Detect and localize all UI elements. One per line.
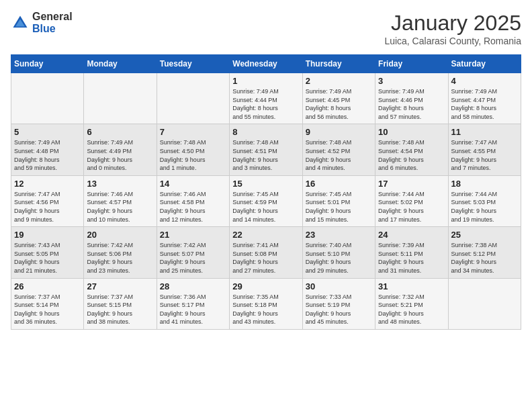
calendar-cell: 23Sunrise: 7:40 AM Sunset: 5:10 PM Dayli… <box>302 227 375 278</box>
calendar-table: SundayMondayTuesdayWednesdayThursdayFrid… <box>11 54 521 330</box>
day-number: 23 <box>306 230 372 240</box>
day-number: 11 <box>451 127 518 137</box>
day-info: Sunrise: 7:45 AM Sunset: 4:59 PM Dayligh… <box>232 190 299 224</box>
calendar-cell: 25Sunrise: 7:38 AM Sunset: 5:12 PM Dayli… <box>448 227 521 278</box>
day-number: 27 <box>87 281 153 291</box>
column-header-wednesday: Wednesday <box>230 55 302 73</box>
calendar-cell: 16Sunrise: 7:45 AM Sunset: 5:01 PM Dayli… <box>302 175 375 226</box>
calendar-cell: 21Sunrise: 7:42 AM Sunset: 5:07 PM Dayli… <box>157 227 229 278</box>
calendar-cell: 15Sunrise: 7:45 AM Sunset: 4:59 PM Dayli… <box>230 175 302 226</box>
day-info: Sunrise: 7:42 AM Sunset: 5:06 PM Dayligh… <box>87 241 153 275</box>
week-row-1: 1Sunrise: 7:49 AM Sunset: 4:44 PM Daylig… <box>11 73 521 124</box>
day-number: 13 <box>87 179 153 189</box>
calendar-header-row: SundayMondayTuesdayWednesdayThursdayFrid… <box>11 55 521 73</box>
day-number: 9 <box>306 127 372 137</box>
week-row-3: 12Sunrise: 7:47 AM Sunset: 4:56 PM Dayli… <box>11 175 521 226</box>
day-info: Sunrise: 7:46 AM Sunset: 4:57 PM Dayligh… <box>87 190 153 224</box>
week-row-5: 26Sunrise: 7:37 AM Sunset: 5:14 PM Dayli… <box>11 278 521 329</box>
column-header-sunday: Sunday <box>11 55 84 73</box>
column-header-monday: Monday <box>84 55 157 73</box>
logo: General Blue <box>11 11 73 34</box>
column-header-saturday: Saturday <box>448 55 521 73</box>
day-info: Sunrise: 7:42 AM Sunset: 5:07 PM Dayligh… <box>160 241 226 275</box>
calendar-cell <box>157 73 229 124</box>
day-number: 12 <box>14 179 81 189</box>
month-title: January 2025 <box>384 11 521 36</box>
day-number: 15 <box>232 179 299 189</box>
day-number: 24 <box>378 230 445 240</box>
day-number: 18 <box>451 179 518 189</box>
day-info: Sunrise: 7:44 AM Sunset: 5:03 PM Dayligh… <box>451 190 518 224</box>
calendar-cell <box>11 73 84 124</box>
day-number: 1 <box>232 76 299 86</box>
calendar-cell: 1Sunrise: 7:49 AM Sunset: 4:44 PM Daylig… <box>230 73 302 124</box>
day-number: 29 <box>232 281 299 291</box>
day-info: Sunrise: 7:41 AM Sunset: 5:08 PM Dayligh… <box>232 241 299 275</box>
day-info: Sunrise: 7:38 AM Sunset: 5:12 PM Dayligh… <box>451 241 518 275</box>
day-info: Sunrise: 7:48 AM Sunset: 4:52 PM Dayligh… <box>306 138 372 172</box>
day-info: Sunrise: 7:44 AM Sunset: 5:02 PM Dayligh… <box>378 190 445 224</box>
day-number: 21 <box>160 230 226 240</box>
day-info: Sunrise: 7:39 AM Sunset: 5:11 PM Dayligh… <box>378 241 445 275</box>
day-info: Sunrise: 7:48 AM Sunset: 4:54 PM Dayligh… <box>378 138 445 172</box>
day-info: Sunrise: 7:46 AM Sunset: 4:58 PM Dayligh… <box>160 190 226 224</box>
calendar-cell: 27Sunrise: 7:37 AM Sunset: 5:15 PM Dayli… <box>84 278 157 329</box>
day-info: Sunrise: 7:37 AM Sunset: 5:15 PM Dayligh… <box>87 293 153 326</box>
calendar-cell: 14Sunrise: 7:46 AM Sunset: 4:58 PM Dayli… <box>157 175 229 226</box>
day-info: Sunrise: 7:49 AM Sunset: 4:49 PM Dayligh… <box>87 138 153 172</box>
calendar-cell: 31Sunrise: 7:32 AM Sunset: 5:21 PM Dayli… <box>375 278 448 329</box>
calendar-cell: 20Sunrise: 7:42 AM Sunset: 5:06 PM Dayli… <box>84 227 157 278</box>
calendar-cell: 18Sunrise: 7:44 AM Sunset: 5:03 PM Dayli… <box>448 175 521 226</box>
calendar-cell: 12Sunrise: 7:47 AM Sunset: 4:56 PM Dayli… <box>11 175 84 226</box>
calendar-cell: 6Sunrise: 7:49 AM Sunset: 4:49 PM Daylig… <box>84 124 157 175</box>
day-info: Sunrise: 7:49 AM Sunset: 4:48 PM Dayligh… <box>14 138 81 172</box>
day-info: Sunrise: 7:48 AM Sunset: 4:51 PM Dayligh… <box>232 138 299 172</box>
calendar-cell: 5Sunrise: 7:49 AM Sunset: 4:48 PM Daylig… <box>11 124 84 175</box>
day-number: 3 <box>378 76 445 86</box>
day-number: 14 <box>160 179 226 189</box>
day-number: 20 <box>87 230 153 240</box>
day-info: Sunrise: 7:49 AM Sunset: 4:45 PM Dayligh… <box>306 87 372 121</box>
day-info: Sunrise: 7:49 AM Sunset: 4:44 PM Dayligh… <box>232 87 299 121</box>
day-number: 10 <box>378 127 445 137</box>
column-header-thursday: Thursday <box>302 55 375 73</box>
week-row-4: 19Sunrise: 7:43 AM Sunset: 5:05 PM Dayli… <box>11 227 521 278</box>
calendar-cell: 30Sunrise: 7:33 AM Sunset: 5:19 PM Dayli… <box>302 278 375 329</box>
logo-general-text: General <box>32 11 73 23</box>
day-number: 2 <box>306 76 372 86</box>
calendar-cell: 2Sunrise: 7:49 AM Sunset: 4:45 PM Daylig… <box>302 73 375 124</box>
day-number: 4 <box>451 76 518 86</box>
week-row-2: 5Sunrise: 7:49 AM Sunset: 4:48 PM Daylig… <box>11 124 521 175</box>
logo-icon <box>11 13 30 32</box>
day-info: Sunrise: 7:33 AM Sunset: 5:19 PM Dayligh… <box>306 293 372 326</box>
day-info: Sunrise: 7:49 AM Sunset: 4:47 PM Dayligh… <box>451 87 518 121</box>
day-info: Sunrise: 7:49 AM Sunset: 4:46 PM Dayligh… <box>378 87 445 121</box>
day-info: Sunrise: 7:37 AM Sunset: 5:14 PM Dayligh… <box>14 293 81 326</box>
day-info: Sunrise: 7:47 AM Sunset: 4:56 PM Dayligh… <box>14 190 81 224</box>
day-number: 31 <box>378 281 445 291</box>
day-number: 25 <box>451 230 518 240</box>
calendar-cell: 17Sunrise: 7:44 AM Sunset: 5:02 PM Dayli… <box>375 175 448 226</box>
calendar-cell <box>448 278 521 329</box>
day-info: Sunrise: 7:45 AM Sunset: 5:01 PM Dayligh… <box>306 190 372 224</box>
page-header: General Blue January 2025 Luica, Calaras… <box>11 11 521 46</box>
calendar-cell: 7Sunrise: 7:48 AM Sunset: 4:50 PM Daylig… <box>157 124 229 175</box>
calendar-cell: 29Sunrise: 7:35 AM Sunset: 5:18 PM Dayli… <box>230 278 302 329</box>
location-text: Luica, Calarasi County, Romania <box>384 36 521 46</box>
day-number: 6 <box>87 127 153 137</box>
calendar-cell: 3Sunrise: 7:49 AM Sunset: 4:46 PM Daylig… <box>375 73 448 124</box>
column-header-friday: Friday <box>375 55 448 73</box>
calendar-cell: 24Sunrise: 7:39 AM Sunset: 5:11 PM Dayli… <box>375 227 448 278</box>
calendar-cell: 11Sunrise: 7:47 AM Sunset: 4:55 PM Dayli… <box>448 124 521 175</box>
calendar-cell: 26Sunrise: 7:37 AM Sunset: 5:14 PM Dayli… <box>11 278 84 329</box>
day-number: 16 <box>306 179 372 189</box>
day-number: 28 <box>160 281 226 291</box>
day-number: 5 <box>14 127 81 137</box>
day-number: 8 <box>232 127 299 137</box>
day-info: Sunrise: 7:40 AM Sunset: 5:10 PM Dayligh… <box>306 241 372 275</box>
calendar-cell: 22Sunrise: 7:41 AM Sunset: 5:08 PM Dayli… <box>230 227 302 278</box>
day-number: 26 <box>14 281 81 291</box>
day-info: Sunrise: 7:43 AM Sunset: 5:05 PM Dayligh… <box>14 241 81 275</box>
day-number: 17 <box>378 179 445 189</box>
calendar-cell: 19Sunrise: 7:43 AM Sunset: 5:05 PM Dayli… <box>11 227 84 278</box>
